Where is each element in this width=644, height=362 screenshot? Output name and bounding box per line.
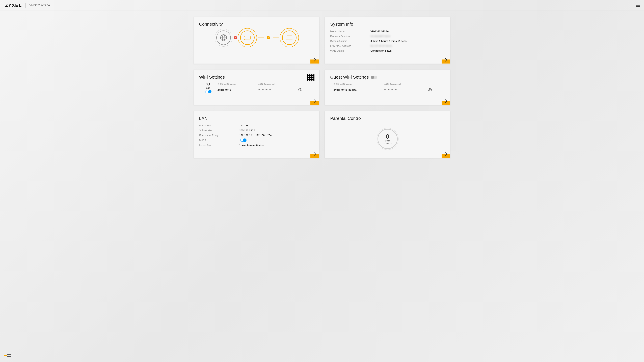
sysinfo-model-value: VMG3312-T20A [370,30,445,33]
guest-wifi-pass-label: WiFi Password [384,83,428,86]
card-guest-wifi: Guest WiFi Settings 2.4G WiFi Name Zyxel… [325,70,450,105]
wifi-name-value: Zyxel_9441 [218,88,258,91]
lan-lease-label: Lease Time [199,144,239,146]
svg-point-7 [208,85,209,86]
parental-line1: profile [385,140,390,142]
model-name: VMG3312-T20A [29,4,50,7]
card-parental-control: Parental Control 0 profile scheduled [325,111,450,158]
header-bar: ZYXEL VMG3312-T20A [0,0,644,11]
internet-node-icon [216,30,231,45]
sysinfo-mac-label: LAN MAC Address [330,44,370,47]
lan-dhcp-toggle[interactable] [240,139,246,142]
guest-wifi-name-value: Zyxel_9441_guest1 [334,88,384,91]
guest-wifi-show-password-icon[interactable] [428,87,438,93]
brand-logo: ZYXEL [5,3,22,8]
guest-wifi-toggle[interactable] [371,76,377,79]
wifi-band-label: 2.4G [206,87,210,89]
lan-link-line [258,37,264,38]
parental-count: 0 [386,134,389,140]
launcher-icon[interactable] [4,354,11,357]
client-node-icon [282,30,296,45]
lan-link-line-2 [273,37,279,38]
parental-line2: scheduled [383,142,392,144]
card-connectivity: Connectivity [194,17,319,64]
router-node-icon [240,30,254,45]
lan-mask-value: 255.255.255.0 [239,129,314,132]
sysinfo-mac-value: BC:CF:4F:97:94:41 [370,44,445,47]
lan-ip-label: IP Address [199,124,239,127]
sysinfo-wan-value: Connection down [370,49,445,52]
wifi-arrow-button[interactable] [310,101,319,105]
svg-point-8 [300,89,301,90]
wifi-qr-icon[interactable] [308,74,314,81]
lan-dhcp-label: DHCP [199,139,239,142]
guest-wifi-arrow-button[interactable] [442,101,450,105]
sysinfo-fw-label: Firmware Version [330,35,370,37]
guest-wifi-name-label: 2.4G WiFi Name [334,83,384,86]
card-lan: LAN IP Address 192.168.1.1 Subnet Mask 2… [194,111,319,158]
sysinfo-uptime-value: 0 days 1 hours 0 mins 13 secs [370,39,445,42]
sysinfo-uptime-label: System Uptime [330,39,370,42]
connectivity-diagram [199,30,314,45]
svg-point-1 [222,35,225,41]
card-wifi-settings: WiFi Settings 2.4G 2.4G WiFi Name Zyxel_… [194,70,319,105]
header-divider [26,3,26,8]
lan-lease-value: 1days 0hours 0mins [239,144,314,146]
guest-wifi-title-text: Guest WiFi Settings [330,75,369,80]
lan-range-value: 192.168.1.2 ~ 192.168.1.254 [239,134,314,137]
connectivity-arrow-button[interactable] [310,59,319,63]
svg-point-0 [220,35,227,41]
card-title-guest-wifi: Guest WiFi Settings [330,75,445,80]
lan-status-good-icon [267,36,270,39]
card-title-connectivity: Connectivity [199,22,314,27]
card-title-lan: LAN [199,116,314,121]
wifi-pass-value: •••••••••• [258,88,298,91]
parental-profile-ring: 0 profile scheduled [378,129,398,149]
wifi-24g-toggle[interactable] [205,90,211,93]
sysinfo-model-label: Model Name [330,30,370,33]
parental-arrow-button[interactable] [442,154,450,158]
lan-ip-value: 192.168.1.1 [239,124,314,127]
wifi-name-label: 2.4G WiFi Name [218,83,258,86]
lan-range-label: IP Address Range [199,134,239,137]
card-title-sysinfo: System Info [330,22,445,27]
lan-arrow-button[interactable] [310,154,319,158]
card-title-parental: Parental Control [330,116,445,121]
svg-rect-3 [244,36,250,40]
card-system-info: System Info Model Name VMG3312-T20A Firm… [325,17,450,64]
guest-wifi-pass-value: •••••••••• [384,88,428,91]
sysinfo-fw-value: V5.30(ABFT.5)C0 [370,35,445,37]
wan-status-bad-icon [234,36,237,39]
lan-mask-label: Subnet Mask [199,129,239,132]
sysinfo-arrow-button[interactable] [442,59,450,63]
card-title-wifi: WiFi Settings [199,75,314,80]
wifi-icon [206,83,211,86]
wifi-show-password-icon[interactable] [298,87,308,93]
wifi-pass-label: WiFi Password [258,83,298,86]
svg-point-9 [429,89,430,90]
main-grid-wrapper: Connectivity [0,11,644,158]
sysinfo-wan-label: WAN Status [330,49,370,52]
menu-icon[interactable] [636,4,640,7]
svg-rect-5 [287,36,292,39]
